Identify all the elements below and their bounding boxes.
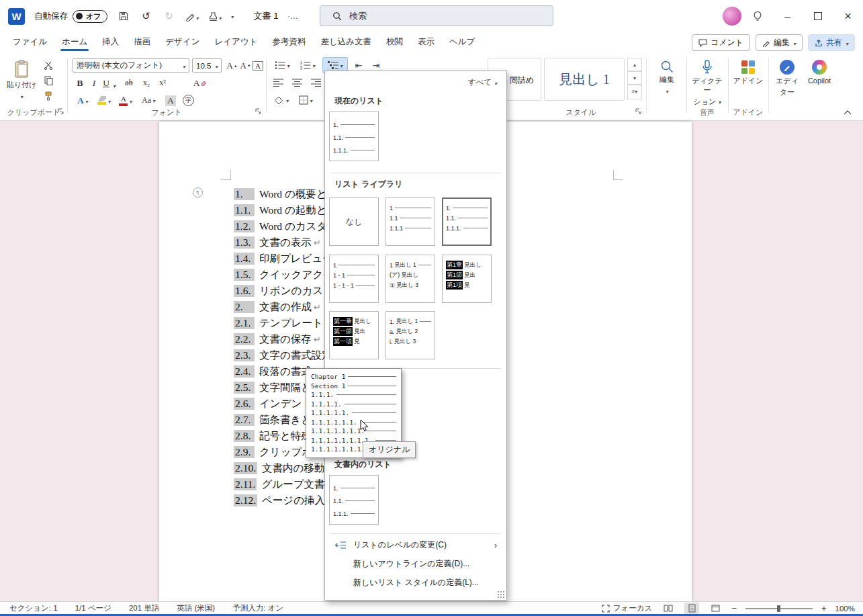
font-size-combo[interactable]: 10.5 xyxy=(192,58,222,73)
style-scroll-down-icon[interactable]: ▾ xyxy=(627,71,642,85)
status-section[interactable]: セクション: 1 xyxy=(9,603,58,613)
save-icon[interactable] xyxy=(117,9,130,23)
heading-row[interactable]: 1.6.リボンのカスタ xyxy=(234,283,340,299)
copilot-button[interactable]: Copilot xyxy=(803,56,835,86)
indent-icon[interactable]: ⇥ xyxy=(369,58,383,72)
tab-home[interactable]: ホーム xyxy=(54,32,95,52)
char-shading-button[interactable]: A xyxy=(165,93,176,107)
style-gallery-more-icon[interactable]: ≡▾ xyxy=(627,85,642,99)
heading-row[interactable]: 2.10.文書内の移動、 xyxy=(234,460,340,476)
status-page[interactable]: 1/1 ページ xyxy=(75,603,111,613)
read-mode-icon[interactable] xyxy=(661,603,676,614)
align-center-icon[interactable] xyxy=(290,76,304,89)
numbering-button[interactable]: 123 xyxy=(297,58,318,72)
bold-button[interactable]: B xyxy=(74,76,86,90)
subscript-button[interactable]: x₂ xyxy=(140,76,153,90)
list-style-tile-chapter-kanji[interactable]: 第一章見出し 第一節見出 第一項見 xyxy=(329,311,379,359)
heading-row[interactable]: 1.4.印刷プレビュー xyxy=(234,251,340,267)
style-card-heading1[interactable]: 見出し 1 xyxy=(544,58,625,101)
font-color-button[interactable]: A xyxy=(117,93,134,107)
resize-grip[interactable] xyxy=(497,590,504,598)
menu-define-new-list-style[interactable]: 新しいリスト スタイルの定義(L)... xyxy=(326,574,505,592)
close-button[interactable] xyxy=(833,0,863,32)
tab-review[interactable]: 校閲 xyxy=(379,32,410,52)
list-style-tile-dash[interactable]: 1 1 - 1 1 - 1 - 1 xyxy=(329,255,379,303)
borders-icon[interactable] xyxy=(296,93,316,107)
search-box[interactable] xyxy=(320,5,553,26)
list-style-tile-decimal[interactable]: 1 1.1 1.1.1 xyxy=(385,197,435,246)
heading-row[interactable]: 1.3.文書の表示↵ xyxy=(234,234,340,251)
menu-define-new-outline[interactable]: 新しいアウトラインの定義(D)... xyxy=(326,555,505,573)
heading-row[interactable]: 2.文書の作成↵ xyxy=(234,299,340,315)
heading-row[interactable]: 2.1.テンプレートを xyxy=(234,315,340,331)
stamp-dropdown-icon[interactable] xyxy=(219,11,222,22)
tab-design[interactable]: デザイン xyxy=(158,32,207,52)
zoom-in-icon[interactable]: + xyxy=(821,603,827,613)
font-dialog-launcher[interactable] xyxy=(255,108,263,116)
shading-bucket-icon[interactable] xyxy=(271,93,291,107)
status-word-count[interactable]: 201 単語 xyxy=(129,603,159,613)
heading-row[interactable]: 2.12.ページの挿入 xyxy=(234,492,340,509)
document-title[interactable]: 文書 1 xyxy=(254,10,279,22)
tab-references[interactable]: 参考資料 xyxy=(265,32,313,52)
list-style-tile-chapter-arabic[interactable]: 第1章見出し 第1節見出 第1項見 xyxy=(442,255,492,303)
change-case-button[interactable]: Aa xyxy=(138,93,158,107)
minimize-button[interactable] xyxy=(772,0,803,32)
list-anchor-icon[interactable] xyxy=(193,187,203,197)
strikethrough-button[interactable]: ab xyxy=(122,76,136,90)
italic-button[interactable]: I xyxy=(89,76,99,90)
current-list-tile[interactable]: 1. 1.1. 1.1.1. xyxy=(329,112,379,161)
web-layout-icon[interactable] xyxy=(708,603,723,614)
format-painter-icon[interactable] xyxy=(42,90,55,102)
heading-row[interactable]: 1.1.Word の起動と xyxy=(234,202,340,218)
superscript-button[interactable]: x² xyxy=(156,76,169,90)
cut-icon[interactable] xyxy=(42,59,55,71)
editor-button[interactable]: エディ ター xyxy=(772,56,802,97)
border-box-button[interactable]: A xyxy=(253,58,263,73)
tab-help[interactable]: ヘルプ xyxy=(442,32,482,52)
underline-dropdown-icon[interactable] xyxy=(113,81,116,90)
ink-pen-icon[interactable] xyxy=(185,9,199,23)
dictation-button[interactable]: ディクテー ション xyxy=(689,56,725,106)
zoom-thumb[interactable] xyxy=(777,605,780,612)
heading-row[interactable]: 2.2.文書の保存↵ xyxy=(234,331,340,347)
title-more-indicator[interactable]: ∙… xyxy=(287,11,298,21)
tab-mailings[interactable]: 差し込み文書 xyxy=(313,32,379,52)
editing-mode-button[interactable]: 編集 xyxy=(756,34,803,51)
tab-draw[interactable]: 描画 xyxy=(126,32,158,52)
tab-layout[interactable]: レイアウト xyxy=(207,32,265,52)
copy-icon[interactable] xyxy=(42,75,55,87)
find-edit-button[interactable]: 編集 xyxy=(651,56,682,96)
collapse-ribbon-icon[interactable] xyxy=(844,110,852,115)
document-list-tile[interactable]: 1. 1.1. 1.1.1. xyxy=(329,475,379,525)
list-style-tile-heading-kana[interactable]: 1見出し 1 (ア)見出し ①見出し 3 xyxy=(385,255,435,303)
grow-font-icon[interactable]: A▴ xyxy=(226,58,238,73)
zoom-slider[interactable] xyxy=(745,605,813,613)
underline-button[interactable]: U xyxy=(101,76,111,90)
share-button[interactable]: 共有 xyxy=(808,34,855,51)
list-style-tile-decimal-dot-selected[interactable]: 1. 1.1. 1.1.1. xyxy=(442,197,492,246)
heading-row[interactable]: 1.5.クイックアクセ xyxy=(234,267,340,283)
align-left-icon[interactable] xyxy=(271,76,285,89)
lightbulb-icon[interactable] xyxy=(752,11,763,21)
outdent-icon[interactable]: ⇤ xyxy=(352,58,365,72)
bullets-button[interactable] xyxy=(271,58,293,72)
comments-button[interactable]: コメント xyxy=(692,34,750,51)
qat-customize-icon[interactable] xyxy=(231,11,234,21)
clear-formatting-button[interactable]: A xyxy=(192,76,208,90)
shrink-font-icon[interactable]: A▾ xyxy=(239,58,251,73)
tab-file[interactable]: ファイル xyxy=(5,32,54,52)
search-input[interactable] xyxy=(348,10,512,21)
autosave-switch[interactable]: オフ xyxy=(73,10,107,23)
font-name-combo[interactable]: 游明朝 (本文のフォント) xyxy=(73,58,189,73)
paste-button[interactable]: 貼り付け xyxy=(5,56,38,101)
undo-icon[interactable] xyxy=(140,9,153,23)
stamp-icon[interactable] xyxy=(208,9,222,23)
heading-row[interactable]: 2.3.文字の書式設定 xyxy=(234,347,340,363)
status-language[interactable]: 英語 (米国) xyxy=(177,603,215,613)
maximize-button[interactable] xyxy=(803,0,833,32)
heading-row[interactable]: 1.2.Word のカスタ xyxy=(234,218,340,234)
highlight-button[interactable] xyxy=(95,93,113,107)
clipboard-dialog-launcher[interactable] xyxy=(58,108,66,116)
list-style-tile-heading-alpha[interactable]: 1.見出し 1 a.見出し 2 i.見出し 3 xyxy=(385,311,435,359)
